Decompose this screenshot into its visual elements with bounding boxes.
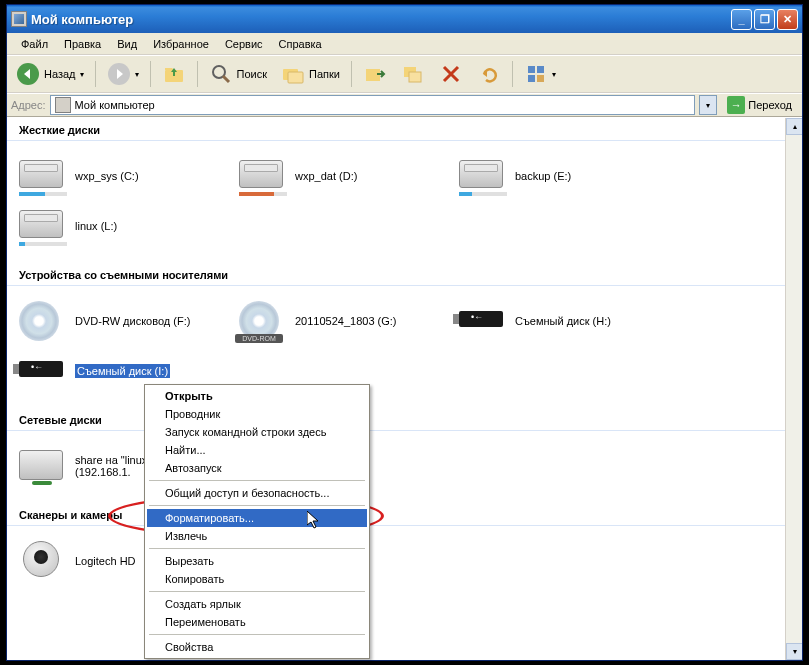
svg-rect-10: [528, 66, 535, 73]
section-network: Сетевые диски: [7, 408, 802, 431]
window-title: Мой компьютер: [31, 12, 731, 27]
context-menu: Открыть Проводник Запуск командной строк…: [144, 384, 370, 659]
go-button[interactable]: → Переход: [721, 94, 798, 116]
close-button[interactable]: ✕: [777, 9, 798, 30]
svg-rect-13: [537, 75, 544, 82]
address-input[interactable]: Мой компьютер: [50, 95, 696, 115]
address-dropdown[interactable]: ▾: [699, 95, 717, 115]
ctx-cut[interactable]: Вырезать: [147, 552, 367, 570]
delete-icon: [439, 62, 463, 86]
views-button[interactable]: ▾: [519, 59, 561, 89]
drive-item[interactable]: wxp_dat (D:): [235, 151, 455, 201]
usb-icon: [19, 361, 63, 377]
dvd-icon: [19, 301, 59, 341]
dropdown-icon: ▾: [552, 70, 556, 79]
ctx-format[interactable]: Форматировать...: [147, 509, 367, 527]
toolbar: Назад ▾ ▾ Поиск Папки: [7, 55, 802, 93]
explorer-window: Мой компьютер _ ❐ ✕ Файл Правка Вид Избр…: [6, 4, 803, 661]
views-icon: [524, 62, 548, 86]
ctx-cmd[interactable]: Запуск командной строки здесь: [147, 423, 367, 441]
hdd-icon: [19, 210, 63, 238]
ctx-open[interactable]: Открыть: [147, 387, 367, 405]
svg-rect-11: [537, 66, 544, 73]
address-label: Адрес:: [11, 99, 46, 111]
menu-favorites[interactable]: Избранное: [145, 36, 217, 52]
folder-up-icon: [162, 62, 186, 86]
section-removable: Устройства со съемными носителями: [7, 263, 802, 286]
scroll-up-button[interactable]: ▴: [786, 118, 802, 135]
ctx-explorer[interactable]: Проводник: [147, 405, 367, 423]
delete-button[interactable]: [434, 59, 468, 89]
menu-tools[interactable]: Сервис: [217, 36, 271, 52]
ctx-find[interactable]: Найти...: [147, 441, 367, 459]
maximize-button[interactable]: ❐: [754, 9, 775, 30]
vertical-scrollbar[interactable]: ▴ ▾: [785, 118, 802, 660]
menu-file[interactable]: Файл: [13, 36, 56, 52]
app-icon: [11, 11, 27, 27]
folders-icon: [281, 62, 305, 86]
drive-item[interactable]: DVD-RW дисковод (F:): [15, 296, 235, 346]
ctx-sharing[interactable]: Общий доступ и безопасность...: [147, 484, 367, 502]
svg-rect-6: [288, 72, 303, 83]
back-icon: [16, 62, 40, 86]
ctx-rename[interactable]: Переименовать: [147, 613, 367, 631]
search-button[interactable]: Поиск: [204, 59, 272, 89]
move-to-icon: [363, 62, 387, 86]
section-hdd: Жесткие диски: [7, 118, 802, 141]
move-to-button[interactable]: [358, 59, 392, 89]
copy-to-button[interactable]: [396, 59, 430, 89]
usb-icon: [459, 311, 503, 327]
dvd-rom-icon: DVD-ROM: [239, 301, 279, 341]
menu-help[interactable]: Справка: [271, 36, 330, 52]
ctx-autorun[interactable]: Автозапуск: [147, 459, 367, 477]
forward-icon: [107, 62, 131, 86]
drive-item[interactable]: wxp_sys (C:): [15, 151, 235, 201]
webcam-icon: [23, 541, 59, 577]
ctx-eject[interactable]: Извлечь: [147, 527, 367, 545]
drive-item[interactable]: backup (E:): [455, 151, 675, 201]
search-icon: [209, 62, 233, 86]
section-scanners: Сканеры и камеры: [7, 503, 802, 526]
copy-to-icon: [401, 62, 425, 86]
forward-button[interactable]: ▾: [102, 59, 144, 89]
drive-item[interactable]: linux (L:): [15, 201, 235, 251]
hdd-icon: [239, 160, 283, 188]
undo-button[interactable]: [472, 59, 506, 89]
content-pane: Жесткие диски wxp_sys (C:) wxp_dat (D:) …: [7, 117, 802, 660]
up-button[interactable]: [157, 59, 191, 89]
svg-rect-12: [528, 75, 535, 82]
computer-icon: [55, 97, 71, 113]
ctx-properties[interactable]: Свойства: [147, 638, 367, 656]
menu-edit[interactable]: Правка: [56, 36, 109, 52]
menubar: Файл Правка Вид Избранное Сервис Справка: [7, 33, 802, 55]
ctx-copy[interactable]: Копировать: [147, 570, 367, 588]
svg-rect-9: [409, 72, 421, 82]
scroll-down-button[interactable]: ▾: [786, 643, 802, 660]
go-icon: →: [727, 96, 745, 114]
hdd-icon: [459, 160, 503, 188]
back-button[interactable]: Назад ▾: [11, 59, 89, 89]
hdd-icon: [19, 160, 63, 188]
network-drive-icon: [19, 450, 63, 480]
drive-item[interactable]: DVD-ROM 20110524_1803 (G:): [235, 296, 455, 346]
dropdown-icon: ▾: [80, 70, 84, 79]
undo-icon: [477, 62, 501, 86]
ctx-shortcut[interactable]: Создать ярлык: [147, 595, 367, 613]
address-bar: Адрес: Мой компьютер ▾ → Переход: [7, 93, 802, 117]
folders-button[interactable]: Папки: [276, 59, 345, 89]
titlebar: Мой компьютер _ ❐ ✕: [7, 5, 802, 33]
dropdown-icon: ▾: [135, 70, 139, 79]
menu-view[interactable]: Вид: [109, 36, 145, 52]
svg-line-4: [223, 76, 229, 82]
drive-item[interactable]: Съемный диск (H:): [455, 296, 675, 346]
minimize-button[interactable]: _: [731, 9, 752, 30]
